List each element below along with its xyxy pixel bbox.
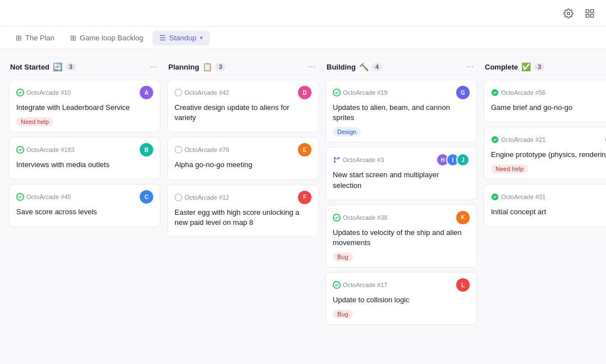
card-id: OctoArcade #31 [491,193,546,201]
column-not-started: Not Started 🔄 3 ··· OctoArcade #10 A Int… [9,58,160,355]
card[interactable]: OctoArcade #183 B Interviews with media … [9,137,160,179]
card-meta: OctoArcade #45 C [16,190,153,204]
svg-point-10 [175,193,182,200]
column-menu-button-not-started[interactable]: ··· [148,61,159,73]
tab-standup-label: Standup [169,34,196,42]
card[interactable]: OctoArcade #56 M Game brief and go-no-go [484,80,606,122]
column-header-complete: Complete ✅ 3 ··· [484,58,606,75]
card-id-text: OctoArcade #38 [343,214,388,221]
column-count-building: 4 [372,63,382,71]
card-title: Alpha go-no-go meeting [175,160,311,170]
column-icon-not-started: 🔄 [53,62,62,71]
card[interactable]: OctoArcade #42 D Creative design update … [167,80,319,132]
svg-rect-2 [591,10,594,12]
column-menu-button-building[interactable]: ··· [464,61,476,73]
card-id-text: OctoArcade #12 [185,194,229,201]
view-tabs: ⊞ The Plan ⊞ Game loop Backlog ☰ Standup… [0,27,606,49]
card-title: Updates to alien, beam, and cannon sprit… [333,103,470,123]
card-id-text: OctoArcade #183 [26,146,75,153]
card-id: OctoArcade #56 [491,89,546,96]
avatar: C [140,190,153,204]
column-header-building: Building 🔨 4 ··· [325,58,477,75]
card-id-text: OctoArcade #21 [501,136,546,143]
column-title-complete: Complete [485,63,518,71]
card[interactable]: OctoArcade #3 HIJ New start screen and m… [325,147,477,200]
tab-the-plan-label: The Plan [25,34,54,42]
card-title: Interviews with media outlets [16,160,153,170]
card-id: OctoArcade #38 [333,214,388,222]
card-meta: OctoArcade #17 L [333,278,470,292]
card-id-text: OctoArcade #17 [343,282,388,288]
avatar: K [456,211,470,224]
column-icon-complete: ✅ [521,62,531,71]
settings-button[interactable] [561,6,576,21]
column-title-not-started: Not Started [10,63,49,71]
card-title: Integrate with Leaderboard Service [16,103,153,113]
card-title: New start screen and multiplayer selecti… [333,170,470,190]
board: Not Started 🔄 3 ··· OctoArcade #10 A Int… [0,49,606,364]
card-meta: OctoArcade #3 HIJ [333,153,470,167]
column-planning: Planning 📋 3 ··· OctoArcade #42 D Creati… [167,58,319,355]
card-meta: OctoArcade #42 D [175,86,311,99]
card-meta: OctoArcade #183 B [16,143,153,156]
card-id: OctoArcade #17 [333,281,388,289]
column-count-not-started: 3 [66,63,76,71]
app-header [0,0,606,27]
card-id: OctoArcade #10 [16,89,71,96]
tab-the-plan[interactable]: ⊞ The Plan [9,30,61,45]
card[interactable]: OctoArcade #21 NO Engine prototype (phys… [484,127,606,179]
card-id-text: OctoArcade #3 [343,156,384,163]
svg-rect-4 [591,14,594,17]
card-tag: Need help [16,117,53,126]
tab-game-loop-label: Game loop Backlog [80,34,143,42]
tab-standup[interactable]: ☰ Standup ▾ [153,30,210,45]
card[interactable]: OctoArcade #45 C Save score across level… [9,184,160,227]
card-id: OctoArcade #42 [175,89,229,96]
card-meta: OctoArcade #10 A [16,86,153,99]
card[interactable]: OctoArcade #12 F Easter egg with high sc… [167,185,319,237]
avatars: HIJ [436,153,470,167]
column-count-complete: 3 [534,63,544,71]
svg-point-0 [567,12,570,15]
card-title: Updates to velocity of the ship and alie… [333,228,470,248]
column-count-planning: 3 [215,63,226,71]
card-id-text: OctoArcade #19 [343,89,388,96]
column-building: Building 🔨 4 ··· OctoArcade #19 G Update… [325,58,477,355]
card[interactable]: OctoArcade #79 E Alpha go-no-go meeting [167,137,319,179]
tab-game-loop-backlog[interactable]: ⊞ Game loop Backlog [63,30,150,45]
card-meta: OctoArcade #12 F [175,191,311,204]
new-view-button[interactable] [212,35,223,42]
column-complete: Complete ✅ 3 ··· OctoArcade #56 M Game b… [484,58,606,355]
tab-standup-dropdown: ▾ [200,34,203,42]
tab-standup-icon: ☰ [159,34,166,42]
card-tag: Need help [491,164,528,173]
card[interactable]: OctoArcade #38 K Updates to velocity of … [325,205,477,268]
card-title: Creative design update to aliens for var… [175,103,311,123]
card-id-text: OctoArcade #79 [185,146,229,153]
card-id-text: OctoArcade #42 [185,89,229,96]
avatar: B [140,143,153,156]
column-icon-planning: 📋 [203,62,212,71]
svg-rect-1 [586,10,589,12]
avatar: A [140,86,153,99]
avatar: D [298,86,311,99]
svg-point-8 [175,89,182,96]
tab-game-loop-icon: ⊞ [70,34,76,42]
card[interactable]: OctoArcade #17 L Update to collision log… [325,272,477,325]
column-header-not-started: Not Started 🔄 3 ··· [9,58,160,75]
card[interactable]: OctoArcade #10 A Integrate with Leaderbo… [9,80,160,132]
layout-button[interactable] [582,6,597,21]
card-meta: OctoArcade #79 E [175,143,311,156]
card[interactable]: OctoArcade #31 P Initial concept art [484,184,606,227]
card-title: Easter egg with high score unlocking a n… [175,208,311,228]
card[interactable]: OctoArcade #19 G Updates to alien, beam,… [325,80,477,142]
avatar: F [298,191,311,204]
card-meta: OctoArcade #19 G [333,86,470,99]
column-menu-button-planning[interactable]: ··· [306,61,318,73]
card-title: Save score across levels [16,207,153,217]
svg-point-14 [334,161,336,163]
svg-point-9 [175,146,182,153]
column-header-planning: Planning 📋 3 ··· [167,58,319,75]
column-icon-building: 🔨 [359,62,369,71]
card-id: OctoArcade #79 [175,146,229,154]
